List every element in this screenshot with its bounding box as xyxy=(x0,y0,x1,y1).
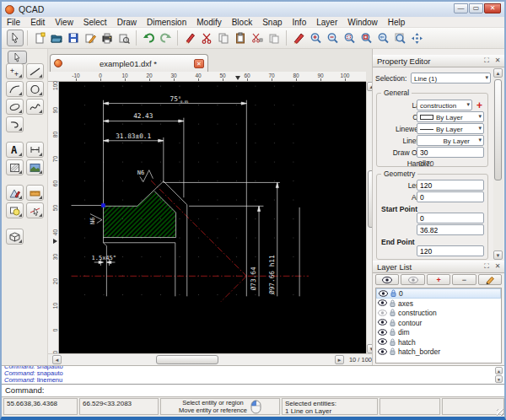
resize-grip[interactable] xyxy=(497,409,503,416)
document-tab[interactable]: example01.dxf * ✕ xyxy=(50,54,208,72)
command-input-line[interactable]: Command: xyxy=(2,384,504,396)
point-tool-button[interactable]: ++ xyxy=(6,63,24,79)
new-file-button[interactable] xyxy=(31,30,48,46)
layer-visible-icon[interactable] xyxy=(378,319,387,326)
line-tool-button[interactable] xyxy=(26,63,44,79)
start-y-input[interactable] xyxy=(417,224,484,235)
spline-tool-button[interactable] xyxy=(26,99,44,115)
scroll-left-icon[interactable]: ◄ xyxy=(52,355,62,364)
layer-visible-icon[interactable] xyxy=(378,338,387,345)
layer-visible-icon[interactable] xyxy=(378,299,387,306)
layer-row-hatch-border[interactable]: hatch_border xyxy=(376,347,501,357)
layer-row-contour[interactable]: contour xyxy=(376,318,501,328)
circle-tool-button[interactable] xyxy=(26,81,44,97)
zoom-auto-button[interactable] xyxy=(358,30,374,46)
hide-all-layers-button[interactable] xyxy=(401,274,424,285)
print-button[interactable] xyxy=(99,30,116,46)
erase-button[interactable] xyxy=(181,30,198,46)
palette-pointer-button[interactable] xyxy=(8,51,27,64)
layer-lock-icon[interactable] xyxy=(390,328,396,336)
save-as-button[interactable] xyxy=(82,30,99,46)
pan-button[interactable] xyxy=(408,30,425,46)
print-preview-button[interactable] xyxy=(116,30,132,46)
menu-select[interactable]: Select xyxy=(78,18,112,27)
layer-lock-icon[interactable] xyxy=(390,289,396,297)
arc-tool-button[interactable] xyxy=(6,81,24,97)
cad-canvas[interactable]: 75 0 -0.05 42.43 31.83±0.1 1.5x45° Ø73.6… xyxy=(59,82,366,353)
start-x-input[interactable] xyxy=(417,213,484,223)
layer-lock-icon[interactable] xyxy=(390,299,396,307)
menu-help[interactable]: Help xyxy=(383,18,411,27)
layer-combo[interactable]: construction xyxy=(417,100,472,110)
add-layer-plus-icon[interactable]: + xyxy=(476,100,482,110)
cut-reference-button[interactable] xyxy=(249,30,266,46)
ellipse-tool-button[interactable] xyxy=(6,99,24,115)
viewport-3d-button[interactable] xyxy=(6,229,24,245)
layer-row-construction[interactable]: construction xyxy=(376,308,501,318)
layer-lock-icon[interactable] xyxy=(390,309,396,316)
paste-button[interactable] xyxy=(232,30,249,46)
layer-lock-icon[interactable] xyxy=(390,319,396,326)
length-input[interactable] xyxy=(417,180,484,191)
linetype-combo[interactable]: By Layer xyxy=(417,135,484,146)
cut-button[interactable] xyxy=(198,30,215,46)
undo-button[interactable] xyxy=(140,30,157,46)
zoom-in-button[interactable] xyxy=(307,30,324,46)
image-tool-button[interactable] xyxy=(26,159,44,175)
menu-draw[interactable]: Draw xyxy=(112,18,142,27)
end-x-input[interactable] xyxy=(417,245,484,256)
menu-block[interactable]: Block xyxy=(227,18,257,27)
scroll-down-icon[interactable]: ▼ xyxy=(493,250,503,260)
maximize-button[interactable]: ▭ xyxy=(469,3,483,13)
history-scrollbar[interactable]: ▲ ▼ xyxy=(495,367,503,383)
prop-scroll-thumb[interactable] xyxy=(494,79,502,180)
scroll-up-icon[interactable]: ▲ xyxy=(495,367,503,374)
layer-visible-icon[interactable] xyxy=(379,290,388,297)
menu-snap[interactable]: Snap xyxy=(257,18,287,27)
layer-row-0[interactable]: 0 xyxy=(376,288,501,299)
tab-close-icon[interactable]: ✕ xyxy=(194,59,204,68)
show-all-layers-button[interactable] xyxy=(375,274,399,285)
layer-list-titlebar[interactable]: Layer List ⛶ ✕ xyxy=(373,261,504,273)
save-button[interactable] xyxy=(65,30,82,46)
menu-info[interactable]: Info xyxy=(288,18,312,27)
minimize-button[interactable]: — xyxy=(454,3,468,13)
zoom-previous-button[interactable] xyxy=(374,30,391,46)
select-tool-button[interactable] xyxy=(26,202,44,218)
polyline-tool-button[interactable] xyxy=(6,116,24,132)
property-editor-scrollbar[interactable]: ▲ ▼ xyxy=(493,68,503,260)
pointer-tool-button[interactable] xyxy=(7,30,24,46)
zoom-out-button[interactable] xyxy=(324,30,341,46)
copy-reference-button[interactable] xyxy=(266,30,283,46)
layer-visible-icon[interactable] xyxy=(378,329,387,336)
property-editor-titlebar[interactable]: Property Editor ⛶ ✕ xyxy=(373,55,504,67)
edit-preferences-button[interactable] xyxy=(290,30,307,46)
angle-input[interactable] xyxy=(417,191,484,202)
block-tool-button[interactable] xyxy=(6,202,24,218)
layer-row-hatch[interactable]: hatch xyxy=(376,337,501,347)
layer-row-dim[interactable]: dim xyxy=(376,327,501,337)
add-layer-button[interactable]: + xyxy=(427,274,450,285)
hscroll-thumb[interactable] xyxy=(156,355,218,364)
title-bar[interactable]: QCAD — ▭ ✕ xyxy=(2,2,504,17)
copy-button[interactable] xyxy=(215,30,232,46)
redo-button[interactable] xyxy=(157,30,174,46)
text-tool-button[interactable]: A xyxy=(6,142,24,158)
scroll-up-icon[interactable]: ▲ xyxy=(493,68,503,78)
lineweight-combo[interactable]: By Layer xyxy=(417,123,484,134)
layer-hidden-icon[interactable] xyxy=(378,310,387,316)
open-file-button[interactable] xyxy=(48,30,65,46)
menu-edit[interactable]: Edit xyxy=(25,18,50,27)
color-combo[interactable]: By Layer xyxy=(417,111,484,122)
zoom-selection-button[interactable] xyxy=(391,30,408,46)
layer-visible-icon[interactable] xyxy=(378,348,387,355)
menu-modify[interactable]: Modify xyxy=(191,18,226,27)
menu-layer[interactable]: Layer xyxy=(311,18,342,27)
selection-reference-marker[interactable] xyxy=(101,203,105,207)
menu-dimension[interactable]: Dimension xyxy=(142,18,191,27)
canvas-horizontal-scrollbar[interactable]: ◄ ► 10 / 100 xyxy=(48,353,375,365)
remove-layer-button[interactable]: − xyxy=(452,274,476,285)
layer-lock-icon[interactable] xyxy=(390,347,396,355)
command-history[interactable]: Command: snapauto Command: snapauto Comm… xyxy=(2,365,504,384)
zoom-window-button[interactable] xyxy=(341,30,358,46)
